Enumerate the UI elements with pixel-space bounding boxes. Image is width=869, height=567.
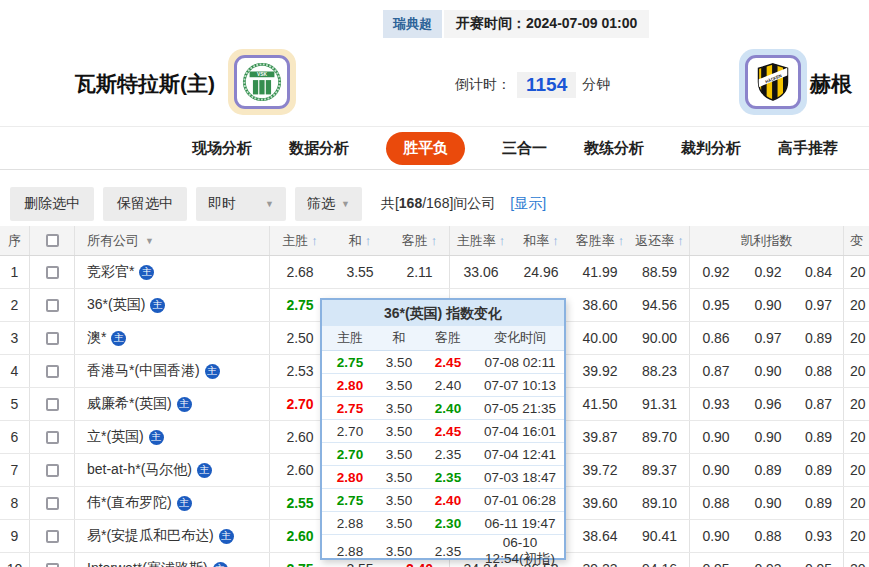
company-name[interactable]: 伟*(直布罗陀) [87,494,172,512]
company-cell: 澳* 主 [75,322,270,354]
header-draw-odds[interactable]: 和↑ [330,226,390,255]
kelly-away: 0.97 [794,289,844,321]
chevron-down-icon: ▼ [265,199,274,209]
popup-header-away: 客胜 [420,329,476,347]
odds-comparison-page: 瑞典超 开赛时间：2024-07-09 01:00 瓦斯特拉斯(主) VSK 倒… [0,0,869,567]
tab-coach-analysis[interactable]: 教练分析 [584,139,644,158]
filter-dropdown[interactable]: 筛选 ▼ [295,187,362,221]
tab-live-analysis[interactable]: 现场分析 [192,139,252,158]
kelly-draw: 0.90 [742,487,794,519]
tab-three-in-one[interactable]: 三合一 [502,139,547,158]
company-name[interactable]: 竞彩官* [87,263,134,281]
company-cell: 立*(英国) 主 [75,421,270,453]
company-name[interactable]: Interwet*(塞浦路斯) [87,560,208,567]
kelly-home: 0.86 [690,322,742,354]
row-checkbox[interactable] [46,365,59,378]
kelly-home: 0.93 [690,388,742,420]
header-away-rate[interactable]: 客胜率↑ [570,226,630,255]
sort-up-icon: ↑ [431,233,438,248]
tab-data-analysis[interactable]: 数据分析 [289,139,349,158]
host-icon: 主 [219,529,234,544]
popup-odds-away: 2.40 [420,401,476,416]
row-checkbox[interactable] [46,332,59,345]
row-checkbox[interactable] [46,431,59,444]
row-checkbox-cell [30,256,75,288]
company-name[interactable]: 立*(英国) [87,428,144,446]
popup-odds-home: 2.70 [322,447,378,462]
popup-history-row: 2.70 3.50 2.35 07-04 12:41 [322,443,564,466]
popup-change-time: 07-01 06:28 [476,493,564,508]
change-time-partial: 20 [844,388,869,420]
popup-history-row: 2.88 3.50 2.35 06-10 12:54(初指) [322,535,564,558]
row-checkbox[interactable] [46,563,59,567]
kelly-draw: 0.90 [742,355,794,387]
analysis-tabs: 现场分析 数据分析 胜平负 三合一 教练分析 裁判分析 高手推荐 [0,126,869,170]
sort-up-icon: ↑ [365,233,372,248]
sort-up-icon: ↑ [618,233,625,248]
countdown-value: 1154 [517,72,576,98]
company-cell: 易*(安提瓜和巴布达) 主 [75,520,270,552]
kelly-draw: 0.90 [742,421,794,453]
popup-odds-home: 2.80 [322,470,378,485]
keep-selected-button[interactable]: 保留选中 [103,187,187,221]
kelly-draw: 0.96 [742,388,794,420]
tab-win-draw-lose[interactable]: 胜平负 [386,132,465,165]
show-link[interactable]: [显示] [510,195,546,213]
row-checkbox[interactable] [46,530,59,543]
popup-header: 主胜 和 客胜 变化时间 [322,326,564,351]
kickoff-time: 开赛时间：2024-07-09 01:00 [444,10,649,38]
instant-dropdown[interactable]: 即时 ▼ [196,187,286,221]
odds-table-header: 序 所有公司 ▼ 主胜↑ 和↑ 客胜↑ 主胜率↑ 和率↑ 客胜率↑ 返还率↑ 凯… [0,226,869,256]
popup-change-time: 07-05 21:35 [476,401,564,416]
header-home-rate[interactable]: 主胜率↑ [450,226,512,255]
header-company[interactable]: 所有公司 ▼ [75,226,270,255]
sort-up-icon: ↑ [552,233,559,248]
company-name[interactable]: 威廉希*(英国) [87,395,172,413]
popup-odds-home: 2.75 [322,493,378,508]
odds-away[interactable]: 2.11 [390,256,450,288]
tab-referee-analysis[interactable]: 裁判分析 [681,139,741,158]
row-checkbox[interactable] [46,464,59,477]
company-cell: Interwet*(塞浦路斯) 主 [75,553,270,567]
kelly-home: 0.90 [690,454,742,486]
row-checkbox[interactable] [46,266,59,279]
company-name[interactable]: 香港马*(中国香港) [87,362,200,380]
row-checkbox[interactable] [46,299,59,312]
host-icon: 主 [111,331,126,346]
header-away-odds[interactable]: 客胜↑ [390,226,450,255]
popup-change-time: 07-04 16:01 [476,424,564,439]
popup-body: 2.75 3.50 2.45 07-08 02:11 2.80 3.50 2.4… [322,351,564,558]
odds-draw[interactable]: 3.55 [330,256,390,288]
sort-up-icon: ↑ [499,233,506,248]
company-name[interactable]: 澳* [87,329,106,347]
company-name[interactable]: bet-at-h*(马尔他) [87,461,192,479]
popup-header-time: 变化时间 [476,329,564,347]
company-name[interactable]: 易*(安提瓜和巴布达) [87,527,214,545]
row-checkbox[interactable] [46,497,59,510]
popup-odds-draw: 3.50 [378,447,420,462]
row-checkbox-cell [30,553,75,567]
odds-home[interactable]: 2.68 [270,256,330,288]
header-return-rate[interactable]: 返还率↑ [630,226,690,255]
kelly-draw: 0.92 [742,256,794,288]
row-index: 2 [0,289,30,321]
svg-text:VSK: VSK [257,72,267,77]
delete-selected-button[interactable]: 删除选中 [10,187,94,221]
kelly-away: 0.87 [794,388,844,420]
tab-expert-picks[interactable]: 高手推荐 [778,139,838,158]
popup-history-row: 2.75 3.50 2.45 07-08 02:11 [322,351,564,374]
return-rate: 88.23 [630,355,690,387]
away-win-rate: 39.72 [570,454,630,486]
popup-header-draw: 和 [378,329,420,347]
return-rate: 88.59 [630,256,690,288]
company-name[interactable]: 36*(英国) [87,296,145,314]
row-index: 1 [0,256,30,288]
row-index: 8 [0,487,30,519]
select-all-checkbox[interactable] [46,234,59,247]
header-draw-rate[interactable]: 和率↑ [512,226,570,255]
row-index: 5 [0,388,30,420]
header-home-odds[interactable]: 主胜↑ [270,226,330,255]
row-checkbox[interactable] [46,398,59,411]
popup-odds-home: 2.75 [322,401,378,416]
kelly-home: 0.90 [690,421,742,453]
